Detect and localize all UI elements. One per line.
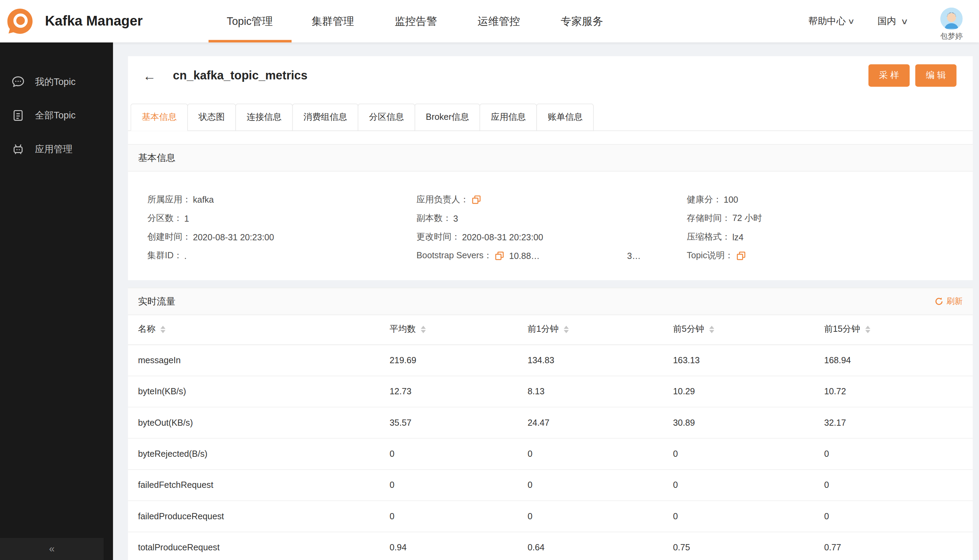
help-center-menu[interactable]: 帮助中心 ∨ <box>809 15 854 27</box>
field-topic-description: Topic说明： <box>687 249 963 262</box>
sidebar: 我的Topic 全部Topic <box>0 42 113 560</box>
tab-basic-info[interactable]: 基本信息 <box>130 103 188 131</box>
field-retention-time: 存储时间： 72 小时 <box>687 212 963 225</box>
topbar: Kafka Manager Topic管理 集群管理 监控告警 运维管控 专家服… <box>0 0 979 42</box>
sort-icon[interactable] <box>865 326 870 333</box>
help-center-label: 帮助中心 <box>809 15 845 27</box>
table-row: byteIn(KB/s) 12.73 8.13 10.29 10.72 <box>128 376 972 407</box>
sidebar-item-all-topic[interactable]: 全部Topic <box>0 99 113 133</box>
tab-app-info[interactable]: 应用信息 <box>479 103 537 131</box>
avatar[interactable] <box>940 7 963 30</box>
col-header-last-15min: 前15分钟 <box>814 315 973 345</box>
realtime-traffic-card: 实时流量 刷新 名称 <box>128 288 972 560</box>
collapse-icon: « <box>49 543 55 555</box>
table-body: messageIn 219.69 134.83 163.13 168.94 by… <box>128 345 972 560</box>
tab-status-chart[interactable]: 状态图 <box>187 103 236 131</box>
title-row: ← cn_kafka_topic_metrics 采 样 编 辑 <box>128 56 972 95</box>
user-name: 包梦婷 <box>940 31 963 42</box>
sidebar-item-my-topic[interactable]: 我的Topic <box>0 65 113 99</box>
copy-icon[interactable] <box>737 251 745 260</box>
refresh-icon <box>935 297 944 305</box>
sort-icon[interactable] <box>709 326 714 333</box>
basic-info-section-header: 基本信息 <box>128 144 972 172</box>
col-header-name: 名称 <box>128 315 379 345</box>
field-compression: 压缩格式： lz4 <box>687 230 963 243</box>
copy-icon[interactable] <box>472 195 481 204</box>
table-row: failedProduceRequest 0 0 0 0 <box>128 500 972 531</box>
main-nav: Topic管理 集群管理 监控告警 运维管控 专家服务 <box>208 0 623 42</box>
section-title: 基本信息 <box>138 152 175 163</box>
sidebar-item-label: 应用管理 <box>35 143 72 155</box>
sidebar-item-label: 全部Topic <box>35 110 76 121</box>
field-modify-time: 更改时间： 2020-08-31 20:23:00 <box>416 230 687 243</box>
nav-expert-service[interactable]: 专家服务 <box>540 0 623 42</box>
topic-detail-card: ← cn_kafka_topic_metrics 采 样 编 辑 基本信息 状态… <box>128 56 972 280</box>
title-actions: 采 样 编 辑 <box>869 64 957 87</box>
field-create-time: 创建时间： 2020-08-31 20:23:00 <box>147 230 417 243</box>
app-manage-icon <box>12 142 25 156</box>
field-owner-app: 所属应用： kafka <box>147 193 417 206</box>
tab-consumer-group-info[interactable]: 消费组信息 <box>292 103 359 131</box>
edit-button[interactable]: 编 辑 <box>916 64 957 87</box>
refresh-button[interactable]: 刷新 <box>935 296 963 307</box>
table-row: failedFetchRequest 0 0 0 0 <box>128 469 972 500</box>
realtime-section-header: 实时流量 刷新 <box>128 288 972 315</box>
sidebar-item-app-manage[interactable]: 应用管理 <box>0 132 113 166</box>
viewport: Kafka Manager Topic管理 集群管理 监控告警 运维管控 专家服… <box>0 0 979 560</box>
table-row: byteRejected(B/s) 0 0 0 0 <box>128 438 972 469</box>
field-app-principal: 应用负责人： <box>416 193 687 206</box>
col-header-average: 平均数 <box>380 315 518 345</box>
field-cluster-id: 集群ID： . <box>147 249 417 262</box>
field-bootstrap-servers: Bootstrap Severs： 10.88… 3… <box>416 249 687 262</box>
section-title: 实时流量 <box>138 295 175 307</box>
field-health-score: 健康分： 100 <box>687 193 963 206</box>
topbar-right: 帮助中心 ∨ 国内 ∨ 包梦婷 <box>809 1 979 42</box>
table-row: byteOut(KB/s) 35.57 24.47 30.89 32.17 <box>128 407 972 438</box>
tab-connection-info[interactable]: 连接信息 <box>235 103 292 131</box>
tab-partition-info[interactable]: 分区信息 <box>358 103 415 131</box>
region-label: 国内 <box>877 15 896 27</box>
clipboard-icon <box>12 108 25 122</box>
main-row: 我的Topic 全部Topic <box>0 42 979 560</box>
region-select[interactable]: 国内 ∨ <box>877 15 908 27</box>
sidebar-item-label: 我的Topic <box>35 76 76 88</box>
sort-icon[interactable] <box>564 326 569 333</box>
tab-bill-info[interactable]: 账单信息 <box>536 103 594 131</box>
app-logo-icon <box>6 8 34 35</box>
chat-bubble-icon <box>12 75 25 89</box>
page-title: cn_kafka_topic_metrics <box>173 69 307 83</box>
basic-info-fields: 所属应用： kafka 应用负责人： <box>128 172 972 280</box>
app-title: Kafka Manager <box>45 13 143 29</box>
field-replica-count: 副本数： 3 <box>416 212 687 225</box>
sample-button[interactable]: 采 样 <box>869 64 910 87</box>
bootstrap-servers-tail: 3… <box>627 251 640 261</box>
col-header-last-1min: 前1分钟 <box>518 315 663 345</box>
sidebar-collapse-button[interactable]: « <box>0 538 104 560</box>
chevron-down-icon: ∨ <box>901 17 909 26</box>
detail-tabs: 基本信息 状态图 连接信息 消费组信息 分区信息 Broker信息 应用信息 账… <box>128 95 972 131</box>
table-header: 名称 平均数 前1分钟 前5分钟 <box>128 315 972 345</box>
metrics-table: 名称 平均数 前1分钟 前5分钟 <box>128 315 972 560</box>
nav-ops-control[interactable]: 运维管控 <box>458 0 540 42</box>
refresh-label: 刷新 <box>947 296 963 307</box>
tab-broker-info[interactable]: Broker信息 <box>414 103 480 131</box>
sort-icon[interactable] <box>160 326 165 333</box>
chevron-down-icon: ∨ <box>847 17 855 25</box>
nav-topic-manage[interactable]: Topic管理 <box>208 0 291 42</box>
table-row: messageIn 219.69 134.83 163.13 168.94 <box>128 345 972 376</box>
copy-icon[interactable] <box>495 251 504 260</box>
nav-monitor-alert[interactable]: 监控告警 <box>374 0 458 42</box>
sort-icon[interactable] <box>421 326 426 333</box>
nav-cluster-manage[interactable]: 集群管理 <box>291 0 374 42</box>
table-row: totalProduceRequest 0.94 0.64 0.75 0.77 <box>128 532 972 560</box>
col-header-last-5min: 前5分钟 <box>663 315 814 345</box>
back-arrow-icon[interactable]: ← <box>143 69 156 82</box>
user-menu[interactable]: 包梦婷 <box>940 1 963 42</box>
content-area: ← cn_kafka_topic_metrics 采 样 编 辑 基本信息 状态… <box>113 42 979 560</box>
app-root: Kafka Manager Topic管理 集群管理 监控告警 运维管控 专家服… <box>0 0 979 560</box>
field-partition-count: 分区数： 1 <box>147 212 417 225</box>
